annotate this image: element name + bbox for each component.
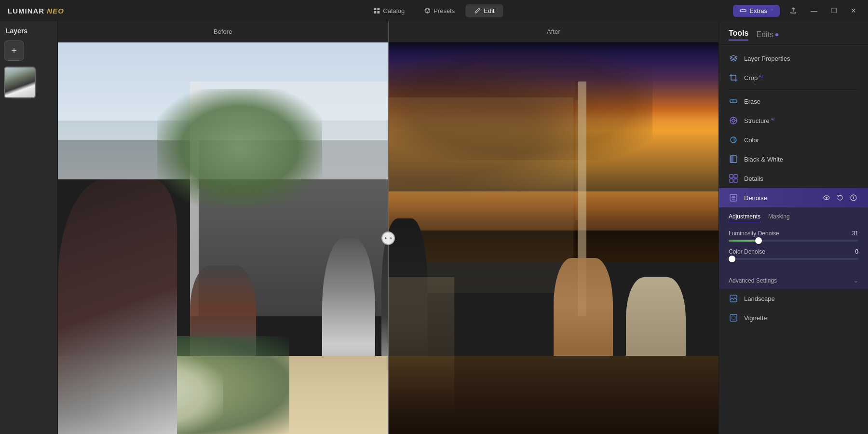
titlebar-left: LUMINAR NEO bbox=[8, 7, 64, 15]
catalog-button[interactable]: Catalog bbox=[365, 4, 413, 17]
luminosity-slider-thumb[interactable] bbox=[755, 237, 762, 244]
layer-thumbnail[interactable] bbox=[4, 67, 36, 98]
color-denoise-value: 0 bbox=[855, 248, 858, 255]
image-area: Before After bbox=[58, 21, 719, 434]
maximize-button[interactable]: ❐ bbox=[827, 5, 841, 16]
layers-title: Layers bbox=[4, 27, 54, 35]
crop-icon bbox=[729, 73, 738, 82]
details-label: Details bbox=[744, 175, 858, 182]
luminosity-slider-header: Luminosity Denoise 31 bbox=[729, 230, 858, 237]
crop-label: CropAI bbox=[744, 74, 858, 81]
split-divider bbox=[388, 42, 389, 434]
edits-tab[interactable]: Edits bbox=[756, 30, 778, 39]
svg-rect-1 bbox=[377, 8, 380, 10]
layers-icon bbox=[729, 54, 738, 63]
minimize-button[interactable]: — bbox=[807, 5, 821, 16]
after-image bbox=[388, 42, 719, 434]
upload-icon bbox=[789, 7, 797, 14]
chevron-down-icon: ⌄ bbox=[854, 277, 858, 284]
svg-point-36 bbox=[732, 316, 735, 320]
split-handle[interactable] bbox=[381, 231, 395, 245]
edit-button[interactable]: Edit bbox=[465, 4, 503, 17]
structure-icon bbox=[729, 116, 738, 125]
color-icon bbox=[729, 135, 738, 145]
presets-button[interactable]: Presets bbox=[415, 4, 463, 17]
main-layout: Layers + Before After bbox=[0, 21, 868, 434]
luminosity-value: 31 bbox=[852, 230, 858, 237]
svg-rect-2 bbox=[374, 11, 376, 14]
svg-rect-23 bbox=[730, 179, 733, 182]
svg-rect-22 bbox=[734, 175, 737, 178]
luminosity-denoise-row: Luminosity Denoise 31 bbox=[729, 230, 858, 242]
landscape-icon bbox=[729, 294, 738, 303]
erase-label: Erase bbox=[744, 98, 858, 105]
denoise-panel: Adjustments Masking Luminosity Denoise 3… bbox=[719, 207, 868, 272]
tool-black-white[interactable]: Black & White bbox=[719, 149, 868, 169]
nav-center: Catalog Presets Edit bbox=[365, 4, 503, 17]
color-slider-track[interactable] bbox=[729, 258, 858, 260]
edits-dot bbox=[775, 33, 778, 36]
denoise-info-button[interactable] bbox=[849, 193, 858, 203]
add-layer-button[interactable]: + bbox=[4, 41, 24, 61]
upload-button[interactable] bbox=[786, 5, 801, 16]
denoise-icon bbox=[729, 193, 738, 203]
svg-rect-24 bbox=[734, 179, 737, 182]
eye-icon bbox=[823, 194, 830, 202]
erase-icon bbox=[729, 96, 738, 106]
tools-list: Layer Properties CropAI bbox=[719, 45, 868, 434]
denoise-visibility-button[interactable] bbox=[822, 193, 831, 203]
svg-rect-35 bbox=[730, 314, 737, 321]
luminosity-slider-fill bbox=[729, 240, 759, 242]
titlebar-right: Extras* — ❐ ✕ bbox=[733, 5, 860, 17]
tools-tab[interactable]: Tools bbox=[729, 29, 748, 41]
svg-point-7 bbox=[427, 12, 428, 13]
denoise-actions bbox=[822, 193, 858, 203]
svg-rect-21 bbox=[730, 175, 733, 178]
tool-details[interactable]: Details bbox=[719, 169, 868, 188]
app-logo: LUMINAR NEO bbox=[8, 7, 64, 15]
svg-point-5 bbox=[425, 9, 427, 11]
info-icon bbox=[850, 194, 857, 202]
svg-point-14 bbox=[732, 119, 735, 122]
extras-icon bbox=[740, 7, 746, 14]
titlebar: LUMINAR NEO Catalog Presets bbox=[0, 0, 868, 21]
separator-1 bbox=[729, 89, 858, 90]
color-denoise-label: Color Denoise bbox=[729, 248, 765, 255]
svg-rect-8 bbox=[740, 10, 746, 12]
luminosity-slider-track[interactable] bbox=[729, 240, 858, 242]
tool-crop[interactable]: CropAI bbox=[719, 68, 868, 87]
image-container[interactable] bbox=[58, 42, 719, 434]
tool-layer-properties[interactable]: Layer Properties bbox=[719, 49, 868, 68]
svg-rect-3 bbox=[377, 11, 380, 14]
advanced-settings-row[interactable]: Advanced Settings ⌄ bbox=[719, 272, 868, 289]
color-denoise-row: Color Denoise 0 bbox=[729, 248, 858, 260]
denoise-reset-button[interactable] bbox=[835, 193, 845, 203]
color-slider-thumb[interactable] bbox=[729, 256, 735, 262]
masking-tab[interactable]: Masking bbox=[768, 213, 790, 222]
color-slider-header: Color Denoise 0 bbox=[729, 248, 858, 255]
after-label: After bbox=[389, 28, 719, 35]
reset-icon bbox=[836, 194, 844, 202]
presets-icon bbox=[424, 7, 431, 14]
tool-landscape[interactable]: Landscape bbox=[719, 289, 868, 308]
color-label: Color bbox=[744, 136, 858, 144]
tools-header: Tools Edits bbox=[719, 21, 868, 45]
tool-color[interactable]: Color bbox=[719, 130, 868, 149]
catalog-icon bbox=[373, 7, 380, 14]
extras-button[interactable]: Extras* bbox=[733, 5, 780, 17]
tool-denoise[interactable]: Denoise bbox=[719, 188, 868, 207]
vignette-icon bbox=[729, 313, 738, 323]
denoise-label: Denoise bbox=[744, 194, 816, 202]
layer-properties-label: Layer Properties bbox=[744, 55, 858, 62]
structure-label: StructureAI bbox=[744, 117, 858, 124]
landscape-label: Landscape bbox=[744, 295, 858, 302]
svg-point-6 bbox=[428, 9, 430, 11]
layers-panel: Layers + bbox=[0, 21, 58, 434]
tool-structure[interactable]: StructureAI bbox=[719, 111, 868, 130]
tool-erase[interactable]: Erase bbox=[719, 92, 868, 111]
edit-icon bbox=[474, 7, 481, 14]
tool-vignette[interactable]: Vignette bbox=[719, 308, 868, 327]
adjustments-tab[interactable]: Adjustments bbox=[729, 213, 760, 222]
svg-point-33 bbox=[853, 196, 854, 197]
close-button[interactable]: ✕ bbox=[847, 5, 860, 16]
